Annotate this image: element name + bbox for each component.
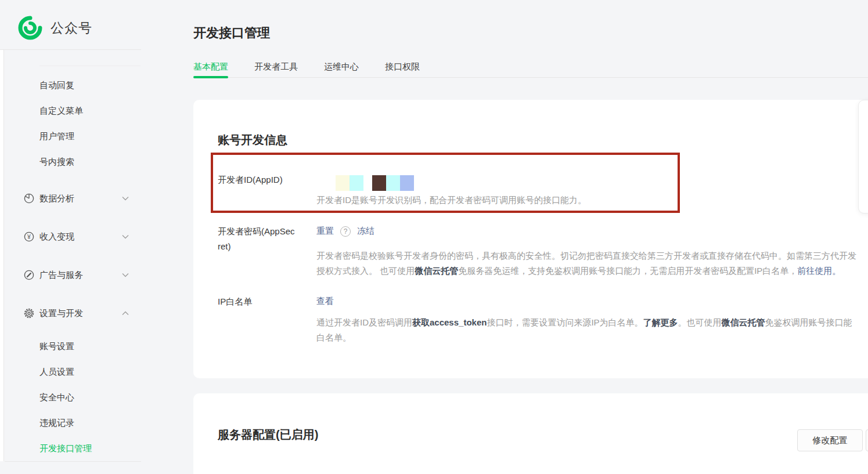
ip-whitelist-label: IP白名单	[218, 296, 252, 307]
brand-name: 公众号	[51, 19, 92, 37]
appid-description: 开发者ID是账号开发识别码，配合开发者密码可调用账号的接口能力。	[316, 193, 586, 208]
sidebar-item-label: 号内搜索	[39, 157, 74, 168]
sidebar-item-in-account-search[interactable]: 号内搜索	[0, 149, 141, 175]
appsecret-label: 开发者密码(AppSec ret)	[218, 224, 295, 254]
sidebar-subitem-label: 安全中心	[39, 392, 74, 403]
sidebar-bottom-divider	[5, 461, 141, 462]
clipped-secondary-button[interactable]	[866, 429, 868, 451]
tab-basic-config[interactable]: 基本配置	[193, 61, 228, 73]
chevron-down-icon	[122, 273, 129, 277]
appsecret-label-line1: 开发者密码(AppSec	[218, 224, 295, 239]
sidebar-top-divider	[0, 49, 141, 50]
freeze-appsecret-link[interactable]: 冻结	[357, 226, 374, 237]
sidebar-subitem-label: 违规记录	[39, 418, 74, 429]
sidebar-group-settings-development[interactable]: 设置与开发	[0, 294, 141, 332]
sidebar-item-label: 自动回复	[39, 80, 74, 91]
appid-redacted-block	[336, 175, 350, 191]
active-tab-underline	[193, 76, 228, 78]
pie-chart-icon	[23, 193, 35, 204]
tab-api-permissions[interactable]: 接口权限	[385, 61, 420, 73]
sidebar-group-label: 数据分析	[39, 193, 122, 204]
reset-appsecret-link[interactable]: 重置	[316, 226, 334, 237]
chevron-down-icon	[122, 196, 129, 201]
section-title-server-config: 服务器配置(已启用)	[218, 427, 318, 443]
sidebar-item-auto-reply[interactable]: 自动回复	[0, 73, 141, 98]
sidebar-group-label: 收入变现	[39, 231, 122, 243]
appid-redacted-block	[400, 175, 414, 191]
sidebar-group-ads-services[interactable]: 广告与服务	[0, 256, 141, 294]
sidebar-subitem-label: 人员设置	[39, 367, 74, 378]
appsecret-actions: 重置 ? 冻结	[316, 226, 374, 237]
sidebar-item-dev-interface-management[interactable]: 开发接口管理	[0, 436, 141, 461]
clipped-side-panel	[858, 100, 868, 214]
wechat-official-account-logo-icon	[17, 15, 43, 41]
server-config-card: 服务器配置(已启用) 修改配置	[193, 393, 868, 474]
modify-config-button[interactable]: 修改配置	[797, 429, 863, 451]
appsecret-description-line2: 授权方式接入。 也可使用微信云托管免服务器免运维，支持免鉴权调用账号接口能力，无…	[316, 263, 841, 278]
svg-text:¥: ¥	[27, 233, 31, 240]
sidebar-item-account-settings[interactable]: 账号设置	[0, 334, 141, 359]
tab-bar: 基本配置 开发者工具 运维中心 接口权限	[193, 61, 420, 73]
sidebar-item-label: 用户管理	[39, 131, 74, 142]
help-question-icon[interactable]: ?	[340, 226, 351, 237]
sidebar-group-data-analysis[interactable]: 数据分析	[0, 179, 141, 218]
sidebar-nav: 自动回复 自定义菜单 用户管理 号内搜索 数据分析	[0, 66, 141, 461]
appsecret-label-line2: ret)	[218, 239, 295, 254]
appid-redacted-value	[336, 175, 414, 191]
tab-bar-baseline	[193, 77, 868, 78]
sidebar-group-label: 广告与服务	[39, 270, 122, 281]
sidebar: 公众号 自动回复 自定义菜单 用户管理 号内搜索 数据分析	[0, 0, 141, 474]
appid-redacted-block	[386, 175, 400, 191]
sidebar-item-custom-menu[interactable]: 自定义菜单	[0, 98, 141, 124]
sidebar-item-staff-settings[interactable]: 人员设置	[0, 359, 141, 385]
section-title-account-dev-info: 账号开发信息	[218, 132, 287, 148]
appid-redacted-block	[372, 175, 386, 191]
ip-whitelist-description-line1: 通过开发者ID及密码调用获取access_token接口时，需要设置访问来源IP…	[316, 315, 852, 330]
sidebar-item-security-center[interactable]: 安全中心	[0, 385, 141, 410]
page-title: 开发接口管理	[193, 24, 270, 42]
chevron-up-icon	[122, 311, 129, 316]
gear-icon	[23, 307, 35, 319]
chevron-down-icon	[122, 234, 129, 239]
appid-label: 开发者ID(AppID)	[218, 175, 283, 186]
sidebar-item-label: 自定义菜单	[39, 106, 83, 117]
sidebar-item-user-management[interactable]: 用户管理	[0, 124, 141, 149]
ip-whitelist-description-line2: 白名单。	[316, 330, 351, 345]
compass-icon	[23, 269, 35, 281]
sidebar-group-monetization[interactable]: ¥ 收入变现	[0, 218, 141, 256]
account-dev-info-card: 账号开发信息 开发者ID(AppID) 开发者ID是账号开发识别码，配合开发者密…	[193, 100, 868, 378]
view-ip-whitelist-link[interactable]: 查看	[316, 296, 334, 307]
sidebar-group-label: 设置与开发	[39, 308, 122, 319]
tab-ops-center[interactable]: 运维中心	[324, 61, 359, 73]
tab-developer-tools[interactable]: 开发者工具	[254, 61, 298, 73]
brand-logo[interactable]: 公众号	[17, 15, 92, 41]
sidebar-subitem-label: 账号设置	[39, 341, 74, 352]
appid-redacted-block	[350, 175, 363, 191]
sidebar-item-violation-records[interactable]: 违规记录	[0, 410, 141, 436]
appsecret-description-line1: 开发者密码是校验账号开发者身份的密码，具有极高的安全性。切记勿把密码直接交给第三…	[316, 248, 856, 263]
sidebar-subitem-label: 开发接口管理	[39, 443, 92, 454]
yen-circle-icon: ¥	[23, 231, 35, 243]
